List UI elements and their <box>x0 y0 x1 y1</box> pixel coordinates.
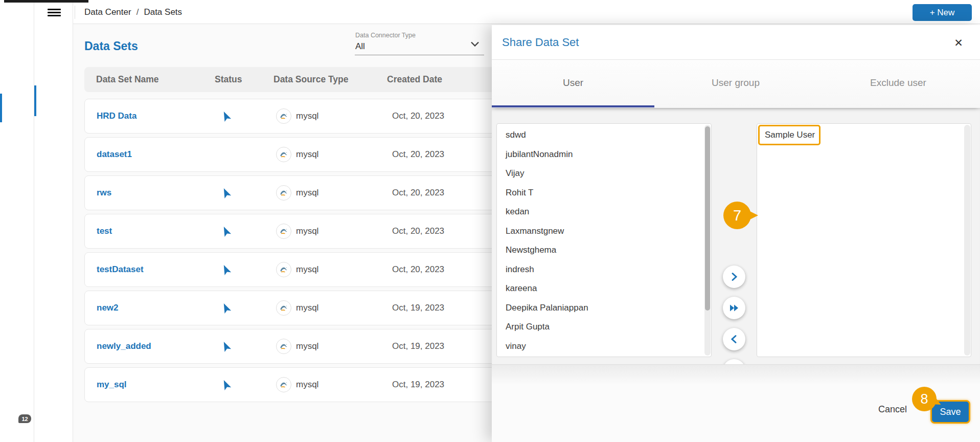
source-type-label: mysql <box>296 303 318 313</box>
chevron-down-icon[interactable] <box>470 41 480 47</box>
selected-users-list[interactable]: Sample User <box>757 123 971 357</box>
list-item[interactable]: jubilantNonadmin <box>497 145 711 164</box>
modal-footer: Cancel Save 8 <box>492 364 980 442</box>
hamburger-menu-icon[interactable] <box>48 9 61 16</box>
source-type-label: mysql <box>296 111 318 121</box>
connector-type-select[interactable]: All <box>355 41 484 52</box>
modal-header: Share Data Set ✕ <box>492 25 980 60</box>
status-arrow-icon <box>218 176 234 210</box>
dataset-link[interactable]: newly_added <box>97 329 151 363</box>
select-underline <box>355 55 484 55</box>
list-item[interactable]: Arpit Gupta <box>497 317 711 337</box>
topbar-divider <box>75 6 75 19</box>
created-date: Oct, 20, 2023 <box>392 176 444 210</box>
mysql-logo-icon <box>276 262 291 277</box>
screen-edge-artifact <box>4 0 88 3</box>
tab-user-group[interactable]: User group <box>654 60 817 106</box>
dataset-link[interactable]: test <box>97 214 112 248</box>
dataset-link[interactable]: testDataset <box>97 253 144 286</box>
close-icon[interactable]: ✕ <box>951 35 966 51</box>
col-header-source[interactable]: Data Source Type <box>274 67 349 92</box>
modal-title: Share Data Set <box>502 36 579 49</box>
status-arrow-icon <box>218 99 234 133</box>
list-item[interactable]: Sample User <box>765 130 815 140</box>
list-item[interactable]: indresh <box>497 260 711 279</box>
breadcrumb-separator: / <box>136 7 139 17</box>
scrollbar-track[interactable] <box>964 125 970 356</box>
created-date: Oct, 20, 2023 <box>392 253 444 286</box>
dataset-link[interactable]: dataset1 <box>97 138 132 171</box>
list-item[interactable]: Laxmanstgnew <box>497 222 711 241</box>
screen: Data Center / Data Sets + New 12 <box>0 0 980 442</box>
mysql-logo-icon <box>276 377 291 392</box>
status-arrow-icon <box>218 368 234 402</box>
created-date: Oct, 19, 2023 <box>392 329 444 363</box>
source-type-label: mysql <box>296 341 318 351</box>
list-item[interactable]: Deepika Palaniappan <box>497 298 711 318</box>
filter-label: Data Connector Type <box>355 32 416 39</box>
mysql-logo-icon <box>276 224 291 239</box>
source-type-label: mysql <box>296 264 318 275</box>
inner-sidebar <box>34 0 73 442</box>
list-item[interactable]: sdwd <box>497 125 711 145</box>
created-date: Oct, 19, 2023 <box>392 291 444 325</box>
mysql-logo-icon <box>276 300 291 316</box>
created-date: Oct, 20, 2023 <box>392 138 444 171</box>
dataset-link[interactable]: my_sql <box>97 368 127 402</box>
dataset-link[interactable]: rws <box>97 176 111 210</box>
breadcrumb-data-sets[interactable]: Data Sets <box>144 7 182 17</box>
cancel-button[interactable]: Cancel <box>878 404 907 415</box>
dataset-link[interactable]: new2 <box>97 291 119 325</box>
move-left-button[interactable] <box>723 328 745 350</box>
breadcrumb: Data Center / Data Sets <box>84 0 182 24</box>
modal-tabs: User User group Exclude user <box>492 60 980 108</box>
list-item[interactable]: Newstghema <box>497 240 711 260</box>
created-date: Oct, 20, 2023 <box>392 214 444 248</box>
notification-count-badge: 12 <box>18 414 31 423</box>
mysql-logo-icon <box>276 147 291 162</box>
tab-exclude-user[interactable]: Exclude user <box>817 60 979 106</box>
source-type-label: mysql <box>296 380 318 390</box>
step-number: 7 <box>723 202 751 229</box>
tab-user[interactable]: User <box>492 60 654 106</box>
mysql-logo-icon <box>276 185 291 201</box>
dataset-link[interactable]: HRD Data <box>97 99 136 133</box>
step-number: 8 <box>912 387 937 411</box>
move-all-right-button[interactable] <box>723 297 745 319</box>
list-item[interactable]: Vijay <box>497 164 711 183</box>
step-8-callout-badge: 8 <box>912 387 937 411</box>
outer-active-indicator <box>0 94 2 122</box>
created-date: Oct, 20, 2023 <box>392 99 444 133</box>
status-arrow-icon <box>218 214 234 248</box>
outer-sidebar <box>0 0 34 442</box>
status-arrow-icon <box>218 329 234 363</box>
selected-user-highlight[interactable]: Sample User <box>758 125 821 145</box>
scrollbar-track[interactable] <box>704 125 711 356</box>
mysql-logo-icon <box>276 108 291 124</box>
col-header-name[interactable]: Data Set Name <box>96 67 159 92</box>
created-date: Oct, 19, 2023 <box>392 368 444 402</box>
modal-body: sdwd jubilantNonadmin Vijay Rohit T keda… <box>492 108 980 364</box>
source-type-label: mysql <box>296 226 318 236</box>
inner-active-indicator <box>34 85 36 116</box>
step-7-callout-badge: 7 <box>723 202 751 229</box>
col-header-status[interactable]: Status <box>215 67 242 92</box>
move-right-button[interactable] <box>723 266 745 288</box>
source-type-label: mysql <box>296 188 318 198</box>
source-type-label: mysql <box>296 149 318 160</box>
available-users-list[interactable]: sdwd jubilantNonadmin Vijay Rohit T keda… <box>496 123 712 357</box>
scrollbar-thumb[interactable] <box>705 126 710 311</box>
col-header-created[interactable]: Created Date <box>387 67 442 92</box>
list-item[interactable]: kedan <box>497 202 711 222</box>
status-arrow-icon <box>218 291 234 325</box>
new-button[interactable]: + New <box>913 4 972 21</box>
breadcrumb-data-center[interactable]: Data Center <box>84 7 131 17</box>
list-item[interactable]: Rohit T <box>497 183 711 203</box>
list-item[interactable]: kareena <box>497 279 711 298</box>
page-title: Data Sets <box>84 39 138 53</box>
active-tab-indicator <box>492 105 654 107</box>
share-dataset-modal: Share Data Set ✕ User User group Exclude… <box>492 25 980 442</box>
list-item[interactable]: vinay <box>497 337 711 356</box>
status-arrow-icon <box>218 253 234 286</box>
top-bar <box>73 0 980 24</box>
